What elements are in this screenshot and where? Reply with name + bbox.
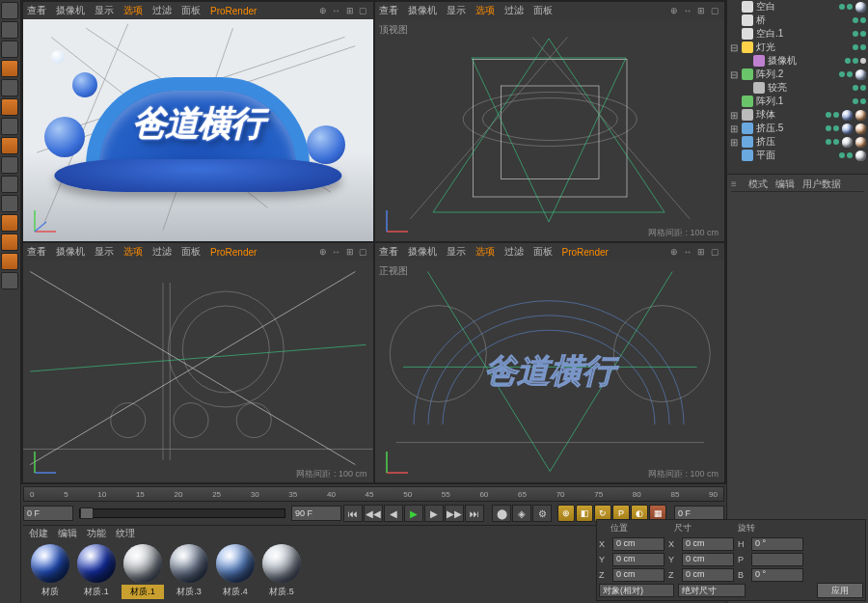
coord-field[interactable]: 0 cm [612,537,665,551]
menu-camera[interactable]: 摄像机 [56,4,85,17]
object-row[interactable]: 平面 [727,149,868,162]
vp-nav-icon[interactable]: ▢ [358,5,369,16]
viewport-front[interactable]: 查看 摄像机 显示 选项 过滤 面板 ProRender ⊕↔⊞▢ 正视图 [375,243,725,482]
menu-filter[interactable]: 过滤 [152,4,172,17]
timeline-ruler[interactable]: 051015202530354045505560657075808590 [23,486,724,502]
object-row[interactable]: ⊞挤压.5 [727,122,868,135]
menu-panel[interactable]: 面板 [181,4,201,17]
mat-tab-func[interactable]: 功能 [87,527,106,540]
mat-tab-create[interactable]: 创建 [29,527,48,540]
coord-field[interactable]: 0 ° [751,568,803,582]
svg-marker-13 [433,39,665,212]
right-panel: 空白桥空白.1⊟灯光摄像机⊟阵列.2较亮阵列.1⊞球体⊞挤压.5⊞挤压平面 ≡ … [726,0,868,603]
play-button[interactable]: ▶ [404,505,423,522]
coord-field[interactable] [751,553,803,566]
coord-field[interactable]: 0 cm [682,568,734,582]
timeline-end-field[interactable]: 90 F [291,506,341,521]
tool-a-icon[interactable] [1,79,18,96]
vp-nav-icon[interactable]: ⊕ [317,5,329,16]
tool-scale-icon[interactable] [1,41,18,58]
object-row[interactable]: ⊟阵列.2 [727,68,868,81]
tool-f-icon[interactable] [1,176,18,193]
coord-field[interactable]: 0 cm [682,537,734,551]
svg-point-19 [168,291,284,407]
next-key-button[interactable]: ▶▶ [445,505,464,522]
material-item[interactable]: 材质.1 [75,544,118,599]
svg-line-15 [410,37,567,219]
material-item[interactable]: 材质.4 [214,544,257,599]
tool-rotate-icon[interactable] [1,60,18,77]
prev-frame-button[interactable]: ◀ [384,505,403,522]
menu-options[interactable]: 选项 [123,4,143,17]
coord-field[interactable]: 0 ° [751,537,803,551]
coord-apply-button[interactable]: 应用 [817,583,863,598]
coord-field[interactable]: 0 cm [682,553,734,566]
mat-tab-edit[interactable]: 编辑 [58,527,77,540]
coord-field[interactable]: 0 cm [612,568,665,582]
attr-userdata[interactable]: 用户数据 [802,178,841,191]
object-row[interactable]: ⊞球体 [727,108,868,122]
menu-view[interactable]: 查看 [27,4,46,17]
material-item[interactable]: 材质.1 [122,544,164,599]
svg-rect-12 [501,86,599,179]
tool-b-icon[interactable] [1,98,18,116]
record-button[interactable]: ⬤ [492,505,511,522]
key-scale-icon[interactable]: ◧ [576,505,593,522]
tool-d-icon[interactable] [1,137,18,154]
svg-point-22 [174,403,208,438]
object-row[interactable]: 空白 [727,0,868,14]
object-row[interactable]: ⊟灯光 [727,41,868,54]
material-item[interactable]: 材质 [29,544,71,599]
tool-j-icon[interactable] [1,253,18,270]
tool-h-icon[interactable] [1,214,18,232]
tool-k-icon[interactable] [1,272,18,289]
next-frame-button[interactable]: ▶ [424,505,444,522]
key-opts-button[interactable]: ⚙ [532,505,552,522]
object-manager[interactable]: 空白桥空白.1⊟灯光摄像机⊟阵列.2较亮阵列.1⊞球体⊞挤压.5⊞挤压平面 [727,0,868,174]
goto-start-button[interactable]: ⏮ [343,505,363,522]
tool-select-icon[interactable] [1,2,18,19]
vp-nav-icon[interactable]: ⊞ [344,5,356,16]
menu-prorender[interactable]: ProRender [210,6,257,16]
prev-key-button[interactable]: ◀◀ [364,505,383,522]
tool-c-icon[interactable] [1,118,18,135]
tool-g-icon[interactable] [1,195,18,212]
svg-point-21 [111,403,146,438]
mat-tab-tex[interactable]: 纹理 [116,527,135,540]
svg-point-33 [613,306,710,402]
object-row[interactable]: ⊞挤压 [727,135,868,149]
coord-mode-select[interactable]: 对象(相对) [599,584,674,597]
object-row[interactable]: 桥 [727,14,868,27]
object-row[interactable]: 阵列.1 [727,95,868,108]
coord-field[interactable]: 0 cm [612,553,665,566]
viewport-top[interactable]: 查看 摄像机 显示 选项 过滤 面板 ⊕↔⊞▢ 顶视图 [375,2,725,241]
key-pos-icon[interactable]: ⊕ [557,505,575,522]
autokey-button[interactable]: ◈ [512,505,531,522]
goto-end-button[interactable]: ⏭ [465,505,484,522]
material-item[interactable]: 材质.5 [260,544,303,599]
viewport-side[interactable]: 查看 摄像机 显示 选项 过滤 面板 ProRender ⊕↔⊞▢ [23,243,373,482]
tool-e-icon[interactable] [1,156,18,174]
attr-edit[interactable]: 编辑 [775,178,795,191]
viewport-label: 顶视图 [379,23,408,37]
attr-mode[interactable]: 模式 [748,178,768,191]
timeline-start-field[interactable]: 0 F [23,506,73,521]
coord-size-mode-select[interactable]: 绝对尺寸 [678,584,746,597]
timeline-range-slider[interactable] [79,508,285,518]
viewport-grid: 查看 摄像机 显示 选项 过滤 面板 ProRender ⊕ ↔ ⊞ ▢ [21,0,726,484]
tool-move-icon[interactable] [1,21,18,39]
material-item[interactable]: 材质.3 [168,544,210,599]
svg-point-23 [236,403,271,438]
attr-menu-icon[interactable]: ≡ [731,178,741,189]
viewport-perspective[interactable]: 查看 摄像机 显示 选项 过滤 面板 ProRender ⊕ ↔ ⊞ ▢ [23,2,373,241]
object-row[interactable]: 摄像机 [727,54,868,68]
svg-point-9 [463,93,637,147]
viewport-label: 正视图 [379,264,408,278]
scene-title-text: 爸道横行 [132,100,263,148]
object-row[interactable]: 空白.1 [727,27,868,41]
svg-line-29 [30,344,366,371]
vp-nav-icon[interactable]: ↔ [331,5,342,16]
tool-i-icon[interactable] [1,233,18,251]
menu-display[interactable]: 显示 [95,4,114,17]
object-row[interactable]: 较亮 [727,81,868,95]
